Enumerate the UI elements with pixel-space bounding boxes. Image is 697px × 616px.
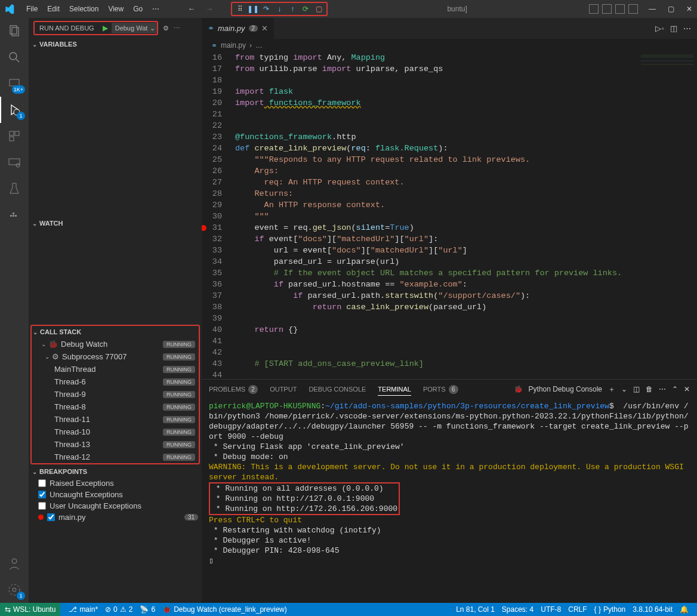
terminal-profile[interactable]: Python Debug Console	[529, 385, 602, 393]
remote-explorer-icon[interactable]: 1K+	[0, 70, 29, 97]
stop-icon[interactable]: ▢	[313, 4, 324, 14]
debug-status[interactable]: 🐞Debug Watch (create_link_preview)	[159, 605, 291, 614]
notifications-icon[interactable]: 🔔	[676, 605, 692, 614]
bp-user-uncaught[interactable]: User Uncaught Exceptions	[29, 500, 202, 512]
nav-back-icon[interactable]: ←	[188, 5, 195, 13]
docker-icon[interactable]	[0, 202, 29, 228]
maximize-panel-icon[interactable]: ⌃	[672, 385, 678, 393]
chevron-down-icon[interactable]: ⌄	[621, 385, 627, 393]
activity-bar: 1K+ 1 1	[0, 18, 29, 603]
split-terminal-icon[interactable]: ◫	[633, 385, 640, 393]
git-branch[interactable]: ⎇main*	[65, 605, 101, 614]
thread-item[interactable]: Thread-6RUNNING	[32, 375, 199, 388]
terminal-output[interactable]: pierrick@LAPTOP-HKU5PNNG:~/git/add-ons-s…	[202, 399, 697, 603]
indentation[interactable]: Spaces: 4	[498, 605, 537, 614]
menu-go[interactable]: Go	[128, 2, 147, 16]
explorer-icon[interactable]	[0, 18, 29, 44]
ports-status[interactable]: 📡6	[136, 605, 159, 614]
thread-item[interactable]: Thread-13RUNNING	[32, 438, 199, 451]
menu-view[interactable]: View	[103, 2, 128, 16]
tab-problems[interactable]: PROBLEMS2	[209, 383, 258, 396]
account-icon[interactable]	[0, 550, 29, 577]
minimize-icon[interactable]: —	[649, 5, 656, 13]
minimap[interactable]	[637, 52, 697, 379]
remote-icon[interactable]	[0, 149, 29, 175]
problems-status[interactable]: ⊘0 ⚠2	[101, 605, 136, 614]
close-panel-icon[interactable]: ✕	[684, 385, 690, 393]
thread-item[interactable]: Thread-10RUNNING	[32, 426, 199, 438]
breadcrumb[interactable]: ⚭ main.py›…	[202, 39, 697, 52]
tab-ports[interactable]: PORTS6	[423, 383, 458, 396]
section-callstack[interactable]: ⌄CALL STACK	[32, 326, 199, 338]
callstack-subprocess[interactable]: ⌄⚙Subprocess 77007RUNNING	[32, 350, 199, 363]
settings-icon[interactable]: 1	[0, 577, 29, 603]
line-gutter[interactable]: 161718 192021 222324 252627 282930 31 32…	[202, 52, 230, 379]
layout-panel-icon[interactable]	[628, 4, 638, 14]
trash-icon[interactable]: 🗑	[646, 385, 653, 393]
tab-terminal[interactable]: TERMINAL	[378, 383, 411, 396]
tab-main-py[interactable]: ⚭ main.py 2 ✕	[202, 18, 275, 39]
split-editor-icon[interactable]: ◫	[670, 24, 677, 33]
search-icon[interactable]	[0, 44, 29, 70]
nav-forward-icon[interactable]: →	[206, 5, 213, 13]
broadcast-icon: 📡	[140, 605, 149, 614]
step-out-icon[interactable]: ↑	[287, 4, 298, 14]
more-icon[interactable]: ⋯	[683, 24, 691, 33]
thread-item[interactable]: MainThreadRUNNING	[32, 363, 199, 375]
svg-point-17	[13, 588, 16, 592]
thread-item[interactable]: Thread-12RUNNING	[32, 451, 199, 463]
breakpoint-line-31[interactable]: 31	[202, 222, 222, 233]
encoding[interactable]: UTF-8	[537, 605, 565, 614]
more-icon[interactable]: ⋯	[659, 385, 666, 393]
layout-panel-icon[interactable]	[602, 4, 612, 14]
menu-more-icon[interactable]: ⋯	[147, 2, 164, 16]
eol[interactable]: CRLF	[565, 605, 590, 614]
testing-icon[interactable]	[0, 175, 29, 202]
python-version[interactable]: 3.8.10 64-bit	[629, 605, 676, 614]
callstack-root[interactable]: ⌄🐞Debug WatchRUNNING	[32, 338, 199, 350]
config-dropdown[interactable]: Debug Wat ⌄	[112, 23, 158, 33]
bp-uncaught[interactable]: Uncaught Exceptions	[29, 489, 202, 500]
vscode-logo-icon	[5, 4, 14, 14]
section-watch[interactable]: ⌄WATCH	[29, 217, 202, 229]
thread-item[interactable]: Thread-9RUNNING	[32, 388, 199, 401]
run-file-icon[interactable]: ▷◦	[655, 24, 664, 33]
pause-icon[interactable]: ❚❚	[248, 4, 258, 14]
layout-panel-icon[interactable]	[589, 4, 599, 14]
svg-point-2	[10, 53, 17, 60]
menu-selection[interactable]: Selection	[64, 2, 103, 16]
code-editor[interactable]: from typing import Any, Mapping from url…	[230, 52, 697, 379]
restart-icon[interactable]: ⟳	[300, 4, 311, 14]
cursor-position[interactable]: Ln 81, Col 1	[452, 605, 498, 614]
python-file-icon: ⚭	[211, 41, 217, 50]
thread-item[interactable]: Thread-11RUNNING	[32, 413, 199, 426]
play-icon[interactable]: ▶	[99, 24, 112, 32]
section-variables[interactable]: ⌄VARIABLES	[29, 38, 202, 50]
debug-icon[interactable]: 1	[0, 97, 29, 123]
tab-debug-console[interactable]: DEBUG CONSOLE	[309, 383, 366, 395]
bp-raised[interactable]: Raised Exceptions	[29, 478, 202, 489]
menu-edit[interactable]: Edit	[42, 2, 64, 16]
more-icon[interactable]: ⋯	[174, 24, 180, 32]
section-breakpoints[interactable]: ⌄BREAKPOINTS	[29, 466, 202, 478]
bug-icon: 🐞	[514, 385, 523, 393]
new-terminal-icon[interactable]: ＋	[608, 384, 615, 395]
close-icon[interactable]: ✕	[686, 5, 692, 13]
language-mode[interactable]: { } Python	[591, 605, 630, 614]
remote-indicator[interactable]: ⇆WSL: Ubuntu	[0, 603, 60, 616]
thread-item[interactable]: Thread-8RUNNING	[32, 401, 199, 413]
badge: 1	[17, 112, 25, 120]
bp-file[interactable]: main.py31	[29, 512, 202, 523]
gear-icon[interactable]: ⚙	[163, 24, 169, 32]
menu-file[interactable]: File	[21, 2, 42, 16]
maximize-icon[interactable]: ▢	[668, 5, 674, 13]
layout-panel-icon[interactable]	[615, 4, 625, 14]
bottom-panel: PROBLEMS2 OUTPUT DEBUG CONSOLE TERMINAL …	[202, 379, 697, 603]
step-over-icon[interactable]: ↷	[261, 4, 272, 14]
extensions-icon[interactable]	[0, 123, 29, 149]
tab-output[interactable]: OUTPUT	[270, 383, 297, 395]
step-into-icon[interactable]: ↓	[274, 4, 285, 14]
svg-rect-9	[10, 137, 14, 141]
drag-handle-icon[interactable]: ⠿	[235, 4, 245, 14]
close-icon[interactable]: ✕	[261, 24, 268, 33]
